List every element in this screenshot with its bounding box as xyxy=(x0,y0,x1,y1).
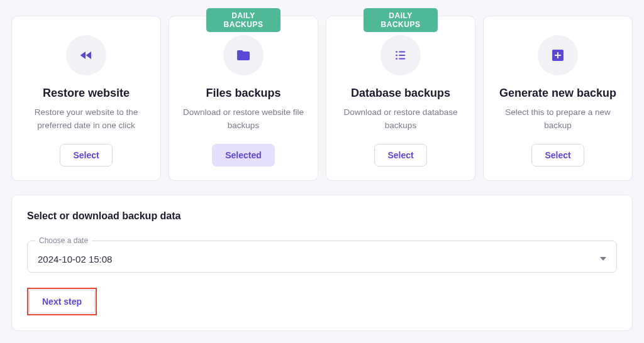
daily-backups-badge: DAILY BACKUPS xyxy=(206,8,280,32)
select-button[interactable]: Selected xyxy=(212,144,275,166)
select-button[interactable]: Select xyxy=(374,144,426,166)
svg-point-4 xyxy=(396,58,397,60)
backup-data-panel: Select or download backup data Choose a … xyxy=(11,195,633,331)
date-select[interactable]: Choose a date 2024-10-02 15:08 xyxy=(27,241,617,273)
card-desc: Restore your website to the preferred da… xyxy=(22,106,150,133)
card-desc: Download or restore website file backups xyxy=(179,106,308,133)
svg-rect-3 xyxy=(399,55,405,56)
list-icon xyxy=(380,35,421,75)
select-button[interactable]: Select xyxy=(531,144,584,166)
daily-backups-badge: DAILY BACKUPS xyxy=(364,8,438,32)
folder-icon xyxy=(223,35,264,75)
backup-options-row: Restore website Restore your website to … xyxy=(11,16,633,181)
files-backups-card: DAILY BACKUPS Files backups Download or … xyxy=(169,16,318,181)
database-backups-card: DAILY BACKUPS Database backups Download … xyxy=(326,16,475,181)
svg-point-2 xyxy=(396,55,397,57)
svg-rect-1 xyxy=(399,52,405,53)
select-button[interactable]: Select xyxy=(60,144,112,166)
svg-point-0 xyxy=(396,51,397,53)
restore-website-card: Restore website Restore your website to … xyxy=(11,16,161,181)
card-title: Database backups xyxy=(351,87,450,100)
add-file-icon xyxy=(538,35,578,75)
card-desc: Download or restore database backups xyxy=(336,106,465,133)
card-title: Restore website xyxy=(43,87,130,100)
panel-title: Select or download backup data xyxy=(27,210,617,222)
highlight-box: Next step xyxy=(27,288,97,315)
next-step-button[interactable]: Next step xyxy=(29,290,95,313)
chevron-down-icon xyxy=(600,257,606,261)
date-label: Choose a date xyxy=(35,236,92,245)
generate-backup-card: Generate new backup Select this to prepa… xyxy=(483,16,633,181)
date-value: 2024-10-02 15:08 xyxy=(38,254,112,264)
card-desc: Select this to prepare a new backup xyxy=(494,106,622,133)
card-title: Files backups xyxy=(206,87,280,100)
svg-rect-5 xyxy=(399,58,405,60)
card-title: Generate new backup xyxy=(499,87,616,100)
rewind-icon xyxy=(66,35,106,75)
